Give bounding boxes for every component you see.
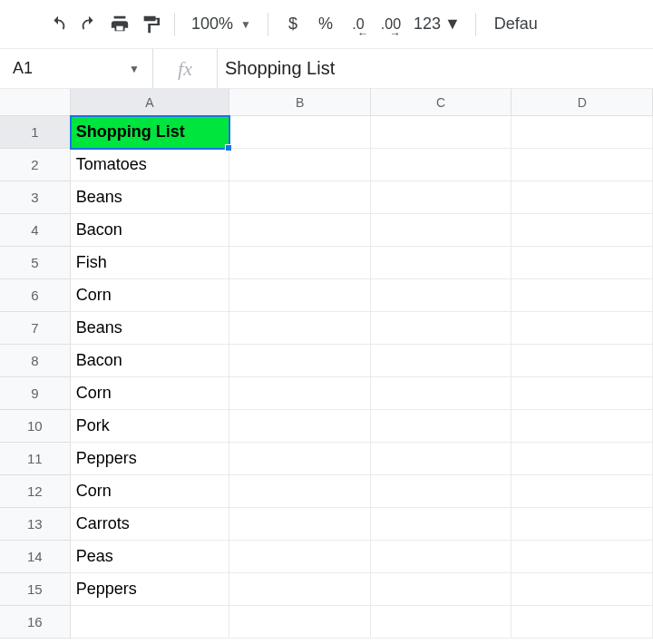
cell[interactable] (512, 606, 653, 639)
cell[interactable] (229, 606, 371, 639)
cell[interactable] (512, 149, 653, 181)
cell[interactable]: Beans (71, 312, 230, 345)
row-header[interactable]: 9 (0, 377, 71, 410)
cell[interactable] (371, 410, 512, 443)
row-header[interactable]: 16 (0, 606, 71, 639)
column-header-b[interactable]: B (229, 89, 371, 115)
cell[interactable] (371, 508, 512, 541)
row-header[interactable]: 13 (0, 508, 71, 541)
cell[interactable] (371, 149, 512, 181)
cell[interactable] (371, 573, 512, 606)
paint-format-button[interactable] (136, 10, 165, 39)
cell[interactable] (229, 573, 371, 606)
selection-handle[interactable] (225, 144, 232, 151)
cell[interactable] (512, 573, 653, 606)
column-header-a[interactable]: A (71, 89, 230, 115)
cell[interactable]: Pork (71, 410, 230, 443)
cell[interactable] (371, 247, 512, 279)
cell[interactable]: Bacon (71, 214, 230, 247)
row-header[interactable]: 1 (0, 116, 71, 149)
cell[interactable] (371, 214, 512, 247)
row-header[interactable]: 15 (0, 573, 71, 606)
cell[interactable] (229, 279, 371, 312)
cell[interactable] (371, 443, 512, 475)
cell[interactable] (512, 345, 653, 377)
cell[interactable] (229, 214, 371, 247)
cell[interactable] (229, 541, 371, 573)
row-header[interactable]: 7 (0, 312, 71, 345)
more-formats-dropdown[interactable]: 123 ▼ (408, 15, 466, 34)
row-header[interactable]: 6 (0, 279, 71, 312)
row-header[interactable]: 3 (0, 181, 71, 214)
row-header[interactable]: 2 (0, 149, 71, 181)
cell[interactable] (229, 116, 371, 149)
row-header[interactable]: 14 (0, 541, 71, 573)
cell[interactable]: Peppers (71, 573, 230, 606)
cell[interactable] (229, 312, 371, 345)
cell[interactable] (229, 508, 371, 541)
format-currency-button[interactable]: $ (278, 10, 308, 39)
cell[interactable] (512, 312, 653, 345)
row-header[interactable]: 8 (0, 345, 71, 377)
redo-button[interactable] (74, 10, 103, 39)
cell[interactable] (512, 443, 653, 475)
column-header-d[interactable]: D (512, 89, 653, 115)
cell[interactable] (371, 312, 512, 345)
row-header[interactable]: 10 (0, 410, 71, 443)
cell[interactable]: Carrots (71, 508, 230, 541)
formula-input[interactable]: Shopping List (218, 49, 653, 88)
cell[interactable] (512, 247, 653, 279)
arrow-left-icon: ← (357, 27, 368, 40)
cell[interactable] (371, 181, 512, 214)
cell[interactable]: Bacon (71, 345, 230, 377)
cell[interactable] (512, 116, 653, 149)
cell[interactable] (371, 279, 512, 312)
cell[interactable] (71, 606, 230, 639)
cell[interactable] (371, 116, 512, 149)
cell[interactable] (512, 279, 653, 312)
cell[interactable] (512, 181, 653, 214)
cell[interactable] (229, 345, 371, 377)
cell[interactable] (371, 345, 512, 377)
cell[interactable]: Shopping List (71, 116, 230, 149)
cell[interactable] (512, 508, 653, 541)
select-all-corner[interactable] (0, 89, 71, 115)
cell[interactable] (229, 475, 371, 508)
row-header[interactable]: 11 (0, 443, 71, 475)
cell[interactable] (229, 443, 371, 475)
cell[interactable] (512, 541, 653, 573)
cell[interactable]: Peas (71, 541, 230, 573)
cell[interactable] (512, 410, 653, 443)
undo-button[interactable] (44, 10, 73, 39)
row-header[interactable]: 5 (0, 247, 71, 279)
cell[interactable]: Tomatoes (71, 149, 230, 181)
format-percent-button[interactable]: % (310, 10, 341, 39)
cell[interactable] (371, 606, 512, 639)
cell[interactable] (371, 377, 512, 410)
name-box[interactable]: A1 ▼ (0, 49, 152, 88)
cell[interactable]: Fish (71, 247, 230, 279)
cell[interactable]: Corn (71, 279, 230, 312)
cell[interactable] (371, 541, 512, 573)
cell[interactable] (371, 475, 512, 508)
row-header[interactable]: 12 (0, 475, 71, 508)
row-header[interactable]: 4 (0, 214, 71, 247)
cell[interactable]: Beans (71, 181, 230, 214)
cell[interactable]: Corn (71, 475, 230, 508)
column-header-c[interactable]: C (371, 89, 512, 115)
cell[interactable] (229, 181, 371, 214)
cell[interactable]: Peppers (71, 443, 230, 475)
cell[interactable] (512, 214, 653, 247)
print-button[interactable] (105, 10, 134, 39)
cell[interactable] (512, 475, 653, 508)
zoom-dropdown[interactable]: 100% ▼ (184, 15, 258, 34)
cell[interactable] (229, 149, 371, 181)
increase-decimal-button[interactable]: .00 → (375, 10, 406, 39)
font-family-dropdown[interactable]: Defau (485, 15, 547, 34)
cell[interactable] (229, 377, 371, 410)
decrease-decimal-button[interactable]: .0 ← (343, 10, 374, 39)
cell[interactable] (512, 377, 653, 410)
cell[interactable]: Corn (71, 377, 230, 410)
cell[interactable] (229, 410, 371, 443)
cell[interactable] (229, 247, 371, 279)
